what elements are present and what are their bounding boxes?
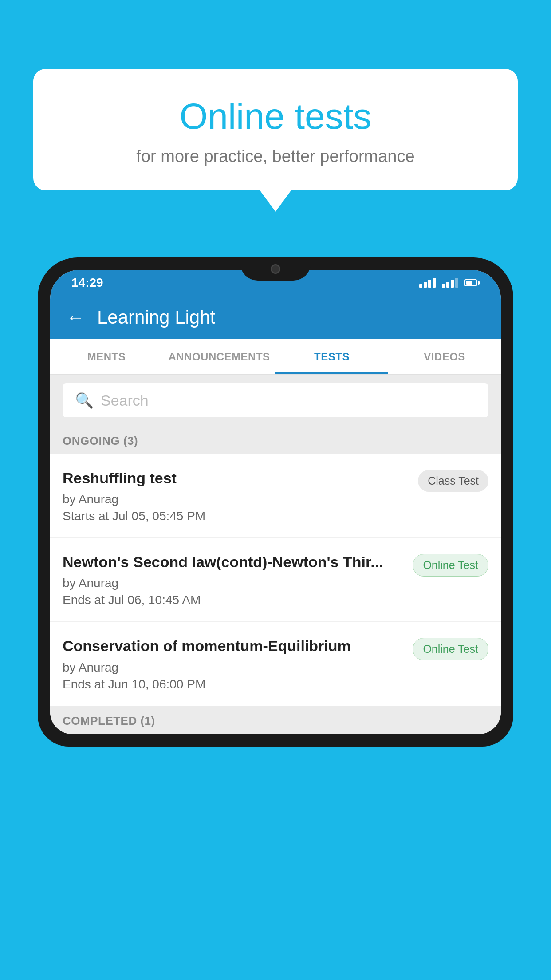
- app-header: ← Learning Light: [50, 296, 501, 339]
- online-test-badge: Online Test: [413, 554, 488, 577]
- back-button[interactable]: ←: [66, 308, 85, 327]
- tab-ments[interactable]: MENTS: [50, 339, 163, 374]
- status-icons: [419, 278, 480, 288]
- test-name: Reshuffling test: [63, 468, 409, 488]
- signal-icon: [442, 278, 458, 288]
- test-author: by Anurag: [63, 492, 409, 506]
- test-date: Ends at Jun 10, 06:00 PM: [63, 677, 404, 692]
- test-date: Ends at Jul 06, 10:45 AM: [63, 593, 404, 607]
- status-time: 14:29: [71, 276, 103, 290]
- phone-outer: 14:29: [38, 257, 513, 747]
- test-name: Newton's Second law(contd)-Newton's Thir…: [63, 552, 404, 572]
- test-author: by Anurag: [63, 660, 404, 675]
- bubble-subtitle: for more practice, better performance: [55, 147, 496, 166]
- test-author: by Anurag: [63, 576, 404, 590]
- test-item[interactable]: Conservation of momentum-Equilibrium by …: [50, 622, 501, 706]
- search-bar[interactable]: 🔍 Search: [63, 383, 488, 417]
- tabs-bar: MENTS ANNOUNCEMENTS TESTS VIDEOS: [50, 339, 501, 375]
- class-test-badge: Class Test: [418, 470, 488, 492]
- tab-tests[interactable]: TESTS: [276, 339, 388, 374]
- wifi-icon: [419, 278, 436, 288]
- phone-mockup: 14:29: [38, 257, 513, 980]
- tab-videos[interactable]: VIDEOS: [388, 339, 501, 374]
- phone-screen: 14:29: [50, 270, 501, 734]
- phone-notch: [240, 257, 311, 281]
- ongoing-section-header: ONGOING (3): [50, 426, 501, 454]
- search-container: 🔍 Search: [50, 375, 501, 426]
- bubble-title: Online tests: [55, 95, 496, 137]
- online-test-badge-2: Online Test: [413, 638, 488, 660]
- test-name: Conservation of momentum-Equilibrium: [63, 636, 404, 656]
- search-input[interactable]: Search: [101, 392, 149, 409]
- test-item[interactable]: Reshuffling test by Anurag Starts at Jul…: [50, 454, 501, 538]
- battery-icon: [464, 279, 480, 286]
- test-item[interactable]: Newton's Second law(contd)-Newton's Thir…: [50, 538, 501, 622]
- camera: [271, 264, 280, 274]
- speech-bubble: Online tests for more practice, better p…: [33, 69, 518, 190]
- tab-announcements[interactable]: ANNOUNCEMENTS: [163, 339, 276, 374]
- search-icon: 🔍: [75, 391, 94, 409]
- test-list: Reshuffling test by Anurag Starts at Jul…: [50, 454, 501, 706]
- test-date: Starts at Jul 05, 05:45 PM: [63, 509, 409, 523]
- completed-section-header: COMPLETED (1): [50, 706, 501, 734]
- app-title: Learning Light: [97, 307, 215, 328]
